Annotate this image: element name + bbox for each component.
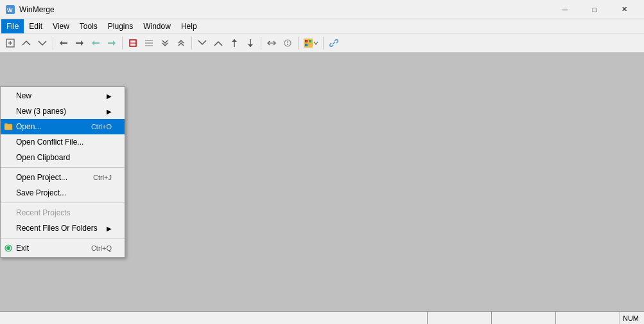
menu-item-recentfiles[interactable]: Recent Files Or Folders ▶ (1, 221, 125, 236)
menu-item-recentfiles-label: Recent Files Or Folders (16, 224, 98, 233)
toolbar-sep-3 (191, 37, 192, 50)
toolbar-sep-2 (122, 37, 123, 50)
folder-icon (3, 122, 13, 132)
menu-item-openproject[interactable]: Open Project... Ctrl+J (1, 170, 125, 185)
menu-item-openconflict-label: Open Conflict File... (16, 138, 83, 147)
menu-plugins[interactable]: Plugins (103, 19, 138, 33)
menu-item-new-arrow: ▶ (107, 93, 112, 100)
menu-item-recentfiles-arrow: ▶ (107, 225, 112, 232)
menu-item-open[interactable]: Open... Ctrl+O (1, 119, 125, 134)
menu-item-openconflict[interactable]: Open Conflict File... (1, 134, 125, 150)
menu-item-new3panes[interactable]: New (3 panes) ▶ (1, 104, 125, 119)
status-seg-2 (428, 312, 492, 324)
svg-point-22 (6, 246, 10, 250)
toolbar-btn-3[interactable] (35, 35, 50, 51)
menu-item-saveproject[interactable]: Save Project... (1, 185, 125, 201)
status-seg-3 (492, 312, 556, 324)
menu-tools[interactable]: Tools (74, 19, 103, 33)
svg-text:W: W (7, 7, 13, 14)
menu-item-saveproject-label: Save Project... (16, 188, 66, 197)
title-bar-title: WinMerge (19, 5, 55, 14)
file-menu-dropdown: New ▶ New (3 panes) ▶ Open... Ctrl+O (0, 86, 125, 258)
menu-window[interactable]: Window (138, 19, 176, 33)
menu-item-exit[interactable]: Exit Ctrl+Q (1, 240, 125, 256)
menu-edit[interactable]: Edit (24, 19, 48, 33)
toolbar-btn-9[interactable] (141, 35, 157, 51)
title-bar: W WinMerge ─ □ ✕ (0, 0, 644, 19)
toolbar-btn-4[interactable] (56, 35, 71, 51)
svg-point-15 (287, 44, 288, 45)
svg-rect-19 (305, 44, 308, 46)
menu-file[interactable]: File (1, 19, 24, 33)
menu-help[interactable]: Help (176, 19, 202, 33)
svg-rect-17 (305, 40, 308, 42)
toolbar (0, 33, 644, 53)
close-button[interactable]: ✕ (609, 0, 639, 19)
toolbar-btn-14[interactable] (227, 35, 242, 51)
toolbar-btn-2[interactable] (19, 35, 34, 51)
menu-item-exit-shortcut: Ctrl+Q (91, 244, 112, 252)
toolbar-sep-1 (53, 37, 53, 50)
menu-item-open-shortcut: Ctrl+O (91, 123, 112, 130)
toolbar-sep-4 (261, 37, 261, 50)
status-seg-1 (3, 312, 428, 324)
menu-bar: File Edit View Tools Plugins Window Help (0, 19, 644, 33)
menu-item-new3panes-arrow: ▶ (107, 108, 112, 115)
status-bar: NUM (0, 311, 644, 324)
menu-separator-3 (1, 238, 125, 239)
toolbar-btn-8[interactable] (125, 35, 141, 51)
maximize-button[interactable]: □ (580, 0, 609, 19)
menu-separator-2 (1, 203, 125, 203)
svg-rect-18 (309, 40, 311, 42)
app-icon: W (5, 4, 15, 15)
toolbar-btn-12[interactable] (195, 35, 210, 51)
menu-item-new[interactable]: New ▶ (1, 88, 125, 104)
toolbar-sep-6 (323, 37, 324, 50)
toolbar-btn-1[interactable] (3, 35, 18, 51)
toolbar-btn-16[interactable] (264, 35, 279, 51)
toolbar-btn-15[interactable] (243, 35, 258, 51)
svg-rect-20 (309, 44, 311, 46)
toolbar-btn-5[interactable] (72, 35, 87, 51)
minimize-button[interactable]: ─ (550, 0, 580, 19)
title-bar-controls: ─ □ ✕ (550, 0, 639, 19)
exit-icon (3, 243, 13, 253)
menu-item-exit-label: Exit (16, 244, 29, 253)
toolbar-image-diff[interactable] (301, 35, 320, 51)
menu-item-recentprojects: Recent Projects (1, 205, 125, 221)
menu-item-openclipboard[interactable]: Open Clipboard (1, 150, 125, 165)
menu-view[interactable]: View (48, 19, 74, 33)
content-area: New ▶ New (3 panes) ▶ Open... Ctrl+O (0, 53, 644, 324)
menu-item-recentprojects-label: Recent Projects (16, 208, 71, 217)
toolbar-btn-10[interactable] (157, 35, 173, 51)
title-bar-left: W WinMerge (5, 4, 55, 15)
menu-item-open-label: Open... (16, 122, 41, 131)
menu-item-new-label: New (16, 91, 31, 100)
status-num: NUM (620, 312, 641, 324)
toolbar-sep-5 (298, 37, 299, 50)
app-window: W WinMerge ─ □ ✕ File Edit View Tools Pl… (0, 0, 644, 324)
toolbar-btn-7[interactable] (104, 35, 119, 51)
menu-item-openclipboard-label: Open Clipboard (16, 153, 70, 162)
dropdown-arrow-icon (313, 40, 318, 46)
menu-item-openproject-label: Open Project... (16, 173, 67, 182)
toolbar-btn-17[interactable] (280, 35, 295, 51)
status-seg-4 (556, 312, 620, 324)
menu-item-new3panes-label: New (3 panes) (16, 107, 66, 116)
toolbar-btn-13[interactable] (211, 35, 226, 51)
menu-separator-1 (1, 167, 125, 168)
toolbar-btn-11[interactable] (173, 35, 189, 51)
menu-item-openproject-shortcut: Ctrl+J (93, 174, 112, 181)
toolbar-btn-6[interactable] (88, 35, 103, 51)
toolbar-link-btn[interactable] (326, 35, 342, 51)
